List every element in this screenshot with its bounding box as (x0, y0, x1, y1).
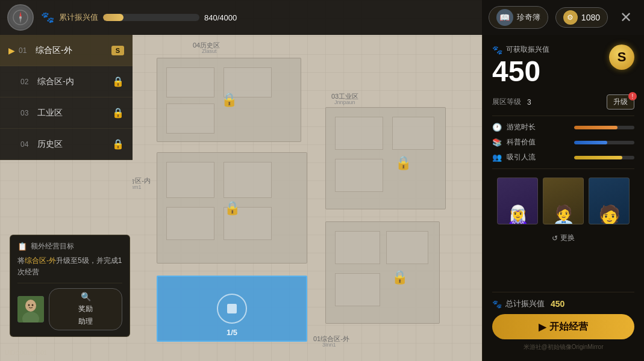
energy-section: 🐾 累计振兴值 840/4000 (41, 11, 237, 24)
room-inner-complex-3 (166, 207, 214, 240)
upgrade-label: 升级 (613, 97, 628, 106)
info-popup-highlight: 综合区-外 (25, 256, 56, 265)
total-score-row: 🐾 总计振兴值 450 (492, 298, 634, 309)
sidebar-num-0: 01 (19, 46, 31, 55)
sidebar-num-1: 02 (20, 78, 33, 86)
energy-bar-fill (103, 14, 123, 21)
room-lock-outer-right: 🔒 (392, 270, 408, 285)
currency-value: 1080 (581, 13, 600, 22)
zone-label-03: 03工业区 (331, 92, 358, 101)
room-history-inner-3 (166, 103, 214, 134)
stat-label-1: 科普价值 (507, 137, 569, 147)
score-icon: 🐾 (492, 45, 502, 55)
sidebar-item-2[interactable]: 03 工业区 🔒 (0, 97, 133, 129)
svg-point-9 (28, 304, 30, 306)
sidebar-name-0: 综合区-外 (36, 45, 111, 56)
stats-section: 🕐 游览时长 📚 科普价值 👥 吸引人流 (492, 122, 634, 162)
sidebar-item-3[interactable]: 04 历史区 🔒 (0, 129, 133, 160)
sidebar-name-3: 历史区 (37, 139, 112, 150)
right-panel-bottom: 🐾 总计振兴值 450 ▶ 开始经营 米游社@初始镜像OriginMirror (492, 292, 634, 351)
sidebar-name-2: 工业区 (37, 108, 112, 119)
room-active-outer[interactable]: 1/5 (157, 276, 307, 342)
stat-icon-0: 🕐 (492, 123, 502, 132)
zone-sublabel-02: Jnmm1 (133, 184, 142, 190)
left-sidebar: ▶ 01 综合区-外 S 02 综合区-内 🔒 03 工业区 🔒 04 历史区 … (0, 35, 133, 160)
info-popup-bottom: 🔍 奖励 助理 (17, 283, 122, 330)
sidebar-num-3: 04 (20, 140, 33, 149)
sidebar-name-1: 综合区-内 (37, 76, 112, 87)
energy-icon: 🐾 (41, 11, 54, 24)
start-button[interactable]: ▶ 开始经营 (492, 314, 634, 339)
zone-label-01: 01综合区-外 (313, 335, 349, 344)
assistant-label: 助理 (78, 316, 93, 327)
currency-section: ⚙ 1080 (555, 7, 608, 28)
room-industrial: 🔒 (325, 107, 446, 209)
swap-button[interactable]: ↺ 更换 (492, 233, 634, 243)
stat-label-0: 游览时长 (507, 122, 569, 132)
top-bar: 🐾 累计振兴值 840/4000 📖 珍奇簿 ⚙ 1080 ✕ (0, 0, 644, 35)
zone-sublabel-03: Jnnpaun (334, 99, 355, 105)
reward-label: 奖励 (78, 304, 93, 314)
info-popup: 📋 额外经营目标 将综合区-外升级至5级，并完成1次经营 🔍 奖励 助理 (10, 235, 130, 337)
total-score-prefix: 总计振兴值 (505, 298, 545, 309)
rare-book-button[interactable]: 📖 珍奇簿 (489, 6, 548, 29)
stat-icon-2: 👥 (492, 153, 502, 162)
stat-bar-1 (574, 141, 634, 144)
sidebar-item-0[interactable]: ▶ 01 综合区-外 S (0, 35, 133, 66)
stat-bar-0 (574, 126, 634, 129)
divider-3 (492, 292, 634, 292)
lock-icon-3: 🔒 (112, 138, 124, 150)
stat-row-1: 📚 科普价值 (492, 137, 634, 147)
assistant-avatar (17, 296, 44, 322)
compass-icon (7, 4, 34, 31)
lock-icon-2: 🔒 (112, 107, 124, 119)
portrait-2[interactable]: 🧑 (589, 177, 630, 224)
start-label: 开始经营 (549, 321, 588, 333)
room-lock-inner: 🔒 (224, 200, 240, 216)
svg-point-10 (32, 304, 34, 306)
reward-button[interactable]: 🔍 奖励 助理 (49, 288, 122, 330)
score-section-title: 🐾 可获取振兴值 (492, 45, 549, 55)
active-arrow-icon: ▶ (8, 46, 15, 55)
rare-book-label: 珍奇簿 (517, 12, 540, 23)
room-lock-history: 🔒 (221, 92, 237, 108)
zone-sublabel-04: Zlasut (202, 48, 217, 54)
upgrade-button[interactable]: 升级 ! (607, 94, 634, 110)
sidebar-item-1[interactable]: 02 综合区-内 🔒 (0, 66, 133, 97)
room-inner-complex: 🔒 (157, 152, 307, 264)
score-label: 可获取振兴值 (506, 45, 549, 55)
zone-label-02: 02综合区-内 (133, 176, 151, 185)
divider-2 (492, 168, 634, 169)
lock-icon-1: 🔒 (112, 76, 124, 87)
zone-sublabel-01: 3Inn1 (322, 342, 336, 348)
room-outer-right-2 (386, 231, 428, 264)
total-score-value: 450 (551, 299, 564, 309)
room-industrial-inner-1 (335, 117, 383, 150)
room-history-inner-1 (166, 67, 214, 97)
room-inner-complex-1 (166, 162, 214, 198)
grade-row: 展区等级 3 升级 ! (492, 94, 634, 110)
portrait-char-0: 🧝‍♀️ (507, 206, 529, 224)
upgrade-badge: ! (628, 92, 637, 100)
energy-label: 累计振兴值 (59, 12, 98, 23)
room-lock-industrial: 🔒 (395, 155, 411, 171)
portrait-char-1: 🧑‍💼 (552, 206, 575, 224)
right-panel: 🐾 可获取振兴值 450 S 展区等级 3 升级 ! 🕐 游览时长 📚 科普价值 (482, 35, 644, 361)
close-button[interactable]: ✕ (615, 7, 637, 28)
rare-book-icon: 📖 (496, 9, 513, 26)
stat-fill-1 (574, 141, 607, 144)
room-outer-right-1 (335, 231, 380, 264)
swap-label: 更换 (560, 233, 575, 243)
portrait-char-2: 🧑 (598, 206, 621, 224)
score-value: 450 (492, 57, 549, 86)
energy-value: 840/4000 (204, 13, 237, 22)
portrait-0[interactable]: 🧝‍♀️ (497, 177, 538, 224)
stat-fill-2 (574, 156, 622, 159)
currency-icon: ⚙ (563, 10, 578, 25)
portrait-1[interactable]: 🧑‍💼 (543, 177, 584, 224)
grade-value: 3 (527, 98, 531, 106)
s-badge: S (609, 45, 634, 70)
reward-search-icon: 🔍 (81, 292, 91, 301)
info-popup-icon: 📋 (17, 242, 27, 251)
room-target-inner (227, 304, 237, 313)
